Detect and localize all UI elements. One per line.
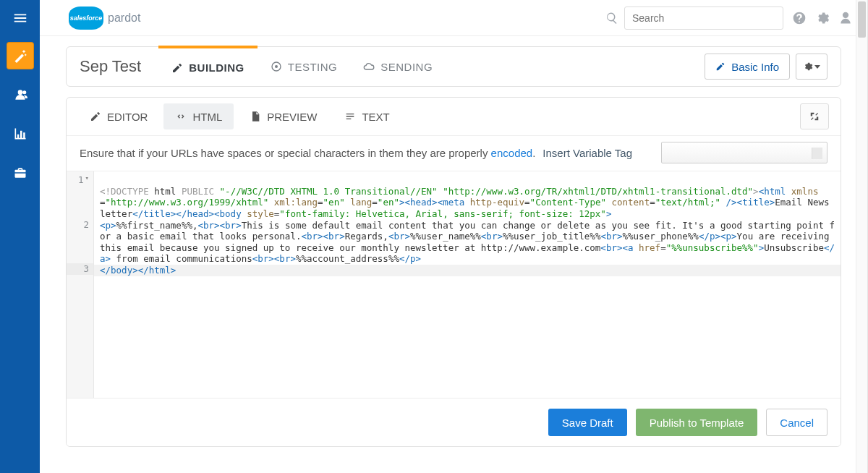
tab-preview[interactable]: PREVIEW xyxy=(238,103,328,129)
edit-icon xyxy=(90,111,101,122)
page-header: Sep Test BUILDING TESTING SENDING Basic … xyxy=(66,46,841,87)
tab-editor[interactable]: EDITOR xyxy=(78,103,159,129)
basic-info-button[interactable]: Basic Info xyxy=(705,54,790,80)
expand-icon xyxy=(809,111,820,122)
insert-variable-select[interactable] xyxy=(661,142,827,163)
people-icon xyxy=(13,88,27,102)
nav-wand[interactable] xyxy=(7,42,34,69)
code-content[interactable]: <!DOCTYPE html PUBLIC "-//W3C//DTD XHTML… xyxy=(94,171,841,398)
editor-tabs: EDITOR HTML PREVIEW TEXT xyxy=(67,98,841,135)
target-icon xyxy=(271,61,282,72)
search-input[interactable] xyxy=(624,7,783,30)
tab-label: EDITOR xyxy=(107,111,148,123)
nav-briefcase[interactable] xyxy=(7,159,34,187)
topbar: salesforce pardot xyxy=(40,0,867,36)
cloud-icon xyxy=(363,61,375,72)
main-area: salesforce pardot Sep Test BUILDING xyxy=(40,0,868,473)
edit-icon xyxy=(171,62,183,74)
nav-people[interactable] xyxy=(7,81,34,108)
insert-variable-label: Insert Variable Tag xyxy=(542,147,632,159)
brand-logo[interactable]: salesforce pardot xyxy=(69,7,140,30)
page-scrollbar[interactable] xyxy=(856,0,867,473)
step-testing[interactable]: TESTING xyxy=(258,46,351,87)
brand-product: pardot xyxy=(108,12,140,25)
page-title: Sep Test xyxy=(80,57,158,76)
tab-text[interactable]: TEXT xyxy=(333,103,401,129)
tab-label: TEXT xyxy=(362,111,389,123)
editor-footer: Save Draft Publish to Template Cancel xyxy=(67,398,841,446)
chart-icon xyxy=(13,127,27,141)
svg-point-1 xyxy=(275,65,278,68)
wand-icon xyxy=(13,48,27,63)
cloud-icon: salesforce xyxy=(69,7,103,30)
step-label: BUILDING xyxy=(189,61,244,74)
search-icon[interactable] xyxy=(605,12,618,25)
save-draft-button[interactable]: Save Draft xyxy=(548,409,627,436)
step-label: SENDING xyxy=(380,61,433,73)
code-icon xyxy=(175,111,187,122)
menu-toggle[interactable] xyxy=(0,0,40,36)
nav-analytics[interactable] xyxy=(7,120,34,148)
publish-template-button[interactable]: Publish to Template xyxy=(636,409,758,436)
cancel-button[interactable]: Cancel xyxy=(766,409,827,436)
code-editor[interactable]: 1▾ 2 3 <!DOCTYPE html PUBLIC "-//W3C//DT… xyxy=(67,171,841,398)
left-sidebar xyxy=(0,0,40,473)
header-menu-button[interactable] xyxy=(796,54,827,80)
tab-label: PREVIEW xyxy=(267,111,317,123)
briefcase-icon xyxy=(13,166,27,180)
step-building[interactable]: BUILDING xyxy=(158,46,258,87)
editor-panel: EDITOR HTML PREVIEW TEXT xyxy=(66,97,841,447)
hamburger-icon xyxy=(12,10,28,26)
basic-info-label: Basic Info xyxy=(731,61,779,73)
tab-label: HTML xyxy=(192,111,222,123)
lines-icon xyxy=(344,111,356,122)
gear-icon xyxy=(803,61,813,72)
tab-html[interactable]: HTML xyxy=(163,103,234,129)
expand-button[interactable] xyxy=(800,103,829,129)
user-icon[interactable] xyxy=(838,11,853,25)
encoded-link[interactable]: encoded xyxy=(491,147,533,159)
document-icon xyxy=(250,111,261,122)
info-bar: Ensure that if your URLs have spaces or … xyxy=(67,135,841,171)
step-sending[interactable]: SENDING xyxy=(350,46,446,87)
line-gutter: 1▾ 2 3 xyxy=(67,171,94,398)
step-label: TESTING xyxy=(288,61,338,73)
caret-down-icon xyxy=(814,65,820,69)
pencil-icon xyxy=(715,61,726,72)
info-text: Ensure that if your URLs have spaces or … xyxy=(80,147,535,159)
help-icon[interactable] xyxy=(792,11,807,25)
settings-icon[interactable] xyxy=(815,11,830,25)
